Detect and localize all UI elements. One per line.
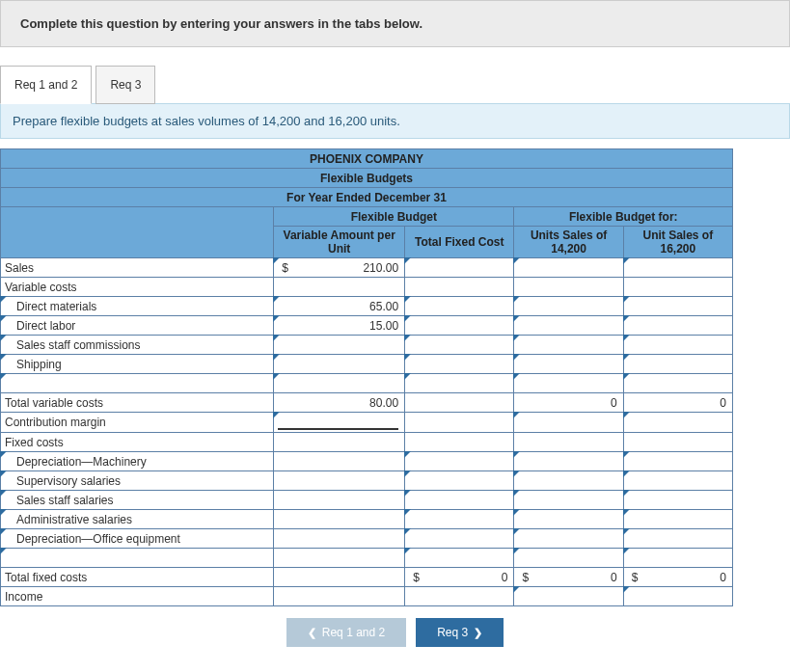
cell[interactable] (623, 413, 732, 433)
cell[interactable] (405, 316, 514, 336)
label-income[interactable]: Income (1, 587, 274, 606)
cell-tvc-14[interactable]: 0 (514, 393, 623, 413)
label-depo[interactable]: Depreciation—Office equipment (1, 529, 274, 549)
cell[interactable] (405, 278, 514, 297)
cell[interactable] (274, 568, 405, 587)
cell[interactable] (623, 316, 732, 336)
cell[interactable] (274, 510, 405, 529)
cell[interactable] (405, 374, 514, 393)
prev-button[interactable]: ❮ Req 1 and 2 (286, 618, 406, 647)
label-ship[interactable]: Shipping (1, 355, 274, 374)
cell[interactable] (623, 529, 732, 549)
cell[interactable] (274, 278, 405, 297)
cell-tfc-fixed[interactable]: $0 (405, 568, 514, 587)
cell[interactable] (405, 413, 514, 433)
cell[interactable] (405, 297, 514, 316)
label-varcosts[interactable]: Variable costs (1, 278, 274, 297)
cell[interactable] (405, 587, 514, 606)
cell[interactable] (514, 433, 623, 452)
cell[interactable] (405, 393, 514, 413)
label-dl[interactable]: Direct labor (1, 316, 274, 336)
cell[interactable] (623, 549, 732, 568)
cell[interactable] (623, 433, 732, 452)
cell-dl-pu[interactable]: 15.00 (274, 316, 405, 336)
label-adm[interactable]: Administrative salaries (1, 510, 274, 529)
cell[interactable] (274, 491, 405, 510)
cell[interactable] (514, 471, 623, 491)
cell[interactable] (623, 278, 732, 297)
cell-cm-pu[interactable] (274, 413, 405, 433)
row-variable-costs: Variable costs (1, 278, 733, 297)
cell[interactable] (514, 413, 623, 433)
cell[interactable] (405, 529, 514, 549)
cell-tfc-14[interactable]: $0 (514, 568, 623, 587)
cell[interactable] (514, 336, 623, 355)
label-tvc[interactable]: Total variable costs (1, 393, 274, 413)
cell[interactable] (623, 471, 732, 491)
cell[interactable] (514, 549, 623, 568)
cell[interactable] (514, 355, 623, 374)
cell[interactable] (623, 297, 732, 316)
cell[interactable] (514, 374, 623, 393)
cell-sales-pu[interactable]: $210.00 (274, 258, 405, 278)
cell[interactable] (405, 491, 514, 510)
cell[interactable] (405, 510, 514, 529)
label-dm[interactable]: Direct materials (1, 297, 274, 316)
cell[interactable] (623, 355, 732, 374)
row-direct-materials: Direct materials 65.00 (1, 297, 733, 316)
cell[interactable] (274, 336, 405, 355)
cell[interactable] (514, 297, 623, 316)
label-tfc[interactable]: Total fixed costs (1, 568, 274, 587)
cell[interactable] (274, 549, 405, 568)
cell-sales-14[interactable] (514, 258, 623, 278)
label-depm[interactable]: Depreciation—Machinery (1, 452, 274, 471)
col1-header: Variable Amount per Unit (274, 227, 405, 258)
cell[interactable] (405, 336, 514, 355)
cell[interactable] (623, 452, 732, 471)
cell[interactable] (623, 510, 732, 529)
cell[interactable] (405, 452, 514, 471)
tab-req-3[interactable]: Req 3 (95, 66, 155, 104)
label-fixed[interactable]: Fixed costs (1, 433, 274, 452)
cell[interactable] (623, 336, 732, 355)
cell[interactable] (274, 587, 405, 606)
cell[interactable] (274, 471, 405, 491)
cell-tfc-16[interactable]: $0 (623, 568, 732, 587)
label-sales[interactable]: Sales (1, 258, 274, 278)
cell[interactable] (274, 529, 405, 549)
cell[interactable] (405, 471, 514, 491)
cell-sales-16[interactable] (623, 258, 732, 278)
cell[interactable] (514, 529, 623, 549)
cell[interactable] (514, 491, 623, 510)
cell-tvc-pu[interactable]: 80.00 (274, 393, 405, 413)
cell[interactable] (405, 549, 514, 568)
text: Depreciation—Office equipment (16, 532, 180, 546)
period-header: For Year Ended December 31 (1, 188, 733, 207)
label-blank[interactable] (1, 549, 274, 568)
label-sss[interactable]: Sales staff salaries (1, 491, 274, 510)
text: Shipping (16, 358, 62, 371)
label-ssc[interactable]: Sales staff commissions (1, 336, 274, 355)
cell[interactable] (623, 374, 732, 393)
tab-req-1-and-2[interactable]: Req 1 and 2 (0, 66, 92, 104)
cell[interactable] (405, 355, 514, 374)
label-sup[interactable]: Supervisory salaries (1, 471, 274, 491)
cell[interactable] (514, 316, 623, 336)
cell[interactable] (274, 433, 405, 452)
cell[interactable] (274, 374, 405, 393)
cell[interactable] (274, 452, 405, 471)
cell[interactable] (514, 510, 623, 529)
cell[interactable] (274, 355, 405, 374)
cell[interactable] (514, 278, 623, 297)
next-button[interactable]: Req 3 ❯ (416, 618, 504, 647)
cell-dm-pu[interactable]: 65.00 (274, 297, 405, 316)
cell[interactable] (514, 587, 623, 606)
cell[interactable] (623, 587, 732, 606)
cell[interactable] (623, 491, 732, 510)
cell-sales-fixed[interactable] (405, 258, 514, 278)
label-cm[interactable]: Contribution margin (1, 413, 274, 433)
cell[interactable] (514, 452, 623, 471)
label-blank[interactable] (1, 374, 274, 393)
cell-tvc-16[interactable]: 0 (623, 393, 732, 413)
cell[interactable] (405, 433, 514, 452)
